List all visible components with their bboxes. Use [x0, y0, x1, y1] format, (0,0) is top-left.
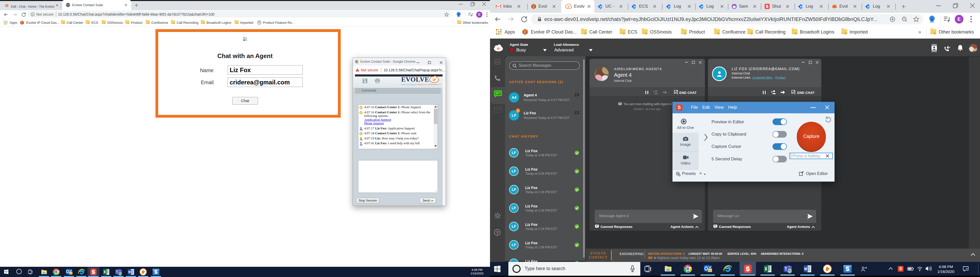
svg-text:C: C: [21, 22, 23, 24]
svg-text:IP: IP: [433, 78, 436, 82]
svg-text:EIP: EIP: [6, 5, 8, 6]
svg-text:IP: IP: [568, 6, 570, 8]
